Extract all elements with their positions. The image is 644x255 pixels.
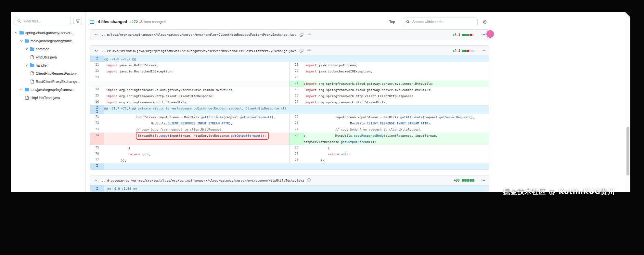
filter-files-input[interactable] [23,19,68,23]
code-token: import [305,100,316,104]
code-token: copyResponseBody [354,134,384,137]
diffstat-block [467,50,469,52]
file-options-button[interactable] [481,49,485,53]
watermark-text: 掘金技术社区 @ KotlinKUG贵州 [503,187,615,196]
code-token: (inputStream, httpServletResponse. [168,134,231,137]
file-options-button[interactable] [481,32,485,37]
copy-icon [300,33,303,37]
code-token: import [305,63,316,67]
split-diff-view-icon[interactable] [90,19,95,24]
user-avatar[interactable] [486,30,495,38]
file-options-button[interactable] [481,178,485,183]
tree-item-file[interactable]: ClientHttpRequestFactory... [15,69,82,77]
file-path: ...er-mvc/src/main/java/org/springframew… [101,49,297,53]
line-number[interactable]: 77 [290,151,304,157]
line-number[interactable]: 76 [90,151,104,157]
diff-row: 72 MvcUtils.CLIENT_RESPONSE_INPUT_STREAM… [90,120,489,126]
collapse-file-button[interactable] [93,48,99,54]
drag-file-handle[interactable] [306,49,312,53]
line-number[interactable]: 73 [90,126,104,133]
line-number[interactable]: 78 [290,157,304,163]
tree-item-folder[interactable]: main/java/org/springframe... [15,37,82,45]
code-token: InputStream inputStream = MvcUtils. [136,115,201,119]
kebab-horizontal-icon [481,32,485,37]
diff-settings-button[interactable] [480,18,489,26]
folder-icon [25,87,29,92]
code-line: return null; [104,151,290,157]
tree-item-folder[interactable]: common [15,45,82,53]
line-number[interactable]: 25 [290,87,304,93]
diffstat: +3 -1 [453,33,474,37]
drag-file-handle[interactable] [306,33,312,37]
tree-item-label: test/java/org/springframew... [31,88,75,92]
line-number[interactable]: 21 [290,62,304,68]
line-number[interactable]: 73 [290,120,304,126]
code-token: java.io.OutputStream; [117,63,158,67]
diffstat-block [464,179,467,182]
line-number[interactable]: 24 [290,81,304,87]
scrollbar-track[interactable] [625,12,630,192]
diff-row: @@ -21,6 +21,7 @@ [90,56,489,62]
line-number[interactable]: 75 [90,145,104,151]
line-number[interactable]: 22 [90,68,104,74]
code-token: ; [348,152,350,156]
expand-hunk-button[interactable] [90,56,104,62]
line-number[interactable]: 72 [90,120,104,126]
line-number[interactable]: 27 [290,99,304,105]
lines-changed-label: lines changed [144,20,166,24]
hunk-row-partial: @@ -0,0 +1,88 @@ [90,185,489,192]
line-number[interactable]: 74 [290,126,304,133]
line-number[interactable]: 77 [90,157,104,163]
copy-path-button[interactable] [306,178,311,182]
tree-item-label: handler [36,63,48,67]
code-token: // copy body from request to clientHttpR… [335,128,421,131]
line-number[interactable]: 76 [290,145,304,151]
copy-path-button[interactable] [299,49,304,53]
line-number[interactable]: 72 [290,114,304,120]
line-number[interactable]: 26 [90,99,104,105]
line-number[interactable]: 23 [290,74,304,81]
copy-path-button[interactable] [299,33,304,37]
code-token: return [128,152,139,156]
diffstat-block [472,50,474,52]
file-tree: spring-cloud-gateway-server-...main/java… [15,29,82,102]
expand-hunk-button[interactable] [90,185,104,192]
code-line: import java.io.OutputStream; [104,62,290,68]
tree-item-file[interactable]: HttpUtilsTests.java [15,94,82,102]
filter-options-button[interactable] [73,17,82,25]
file-additions: +2 [453,49,457,53]
tree-item-folder[interactable]: handler [15,61,82,69]
line-number[interactable]: 75 [290,133,304,145]
code-line: import org.springframework.cloud.gateway… [104,87,290,93]
tree-item-folder[interactable]: test/java/org/springframew... [15,85,82,94]
scroll-to-top-button[interactable]: ↑ Top [384,19,397,24]
tree-item-file[interactable]: HttpUtils.java [15,53,82,61]
code-token: java.io.UncheckedIOException; [117,70,173,73]
file-icon [30,71,34,75]
line-number[interactable]: 25 [90,93,104,99]
file-icon [30,80,34,83]
collapse-file-button[interactable] [93,32,99,38]
collapse-file-button[interactable] [93,177,99,183]
scrollbar-thumb[interactable] [626,127,629,175]
gear-icon [482,19,487,24]
expand-hunk-button[interactable] [90,163,104,170]
code-token: import [106,70,117,73]
search-within-code-input[interactable] [412,19,475,24]
tree-item-file[interactable]: RestClientProxyExchange... [15,77,82,85]
line-number[interactable]: 23 [90,74,104,81]
code-line: import org.springframework.http.client.C… [304,93,489,99]
line-number[interactable]: 22 [290,68,304,74]
chevron-down-icon [20,88,23,91]
search-icon [406,20,410,24]
code-token: org.springframework.cloud.gateway.server… [317,88,432,92]
line-number[interactable]: 71 [90,114,104,120]
tree-item-label: HttpUtilsTests.java [31,96,60,100]
line-number[interactable]: 26 [290,93,304,99]
line-number[interactable]: 21 [90,62,104,68]
tree-item-label: common [36,47,49,51]
line-number[interactable]: 24 [90,87,104,93]
line-number[interactable]: 74 [90,133,104,145]
expand-hunk-button[interactable] [90,105,104,114]
tree-item-folder[interactable]: spring-cloud-gateway-server-... [15,29,82,37]
